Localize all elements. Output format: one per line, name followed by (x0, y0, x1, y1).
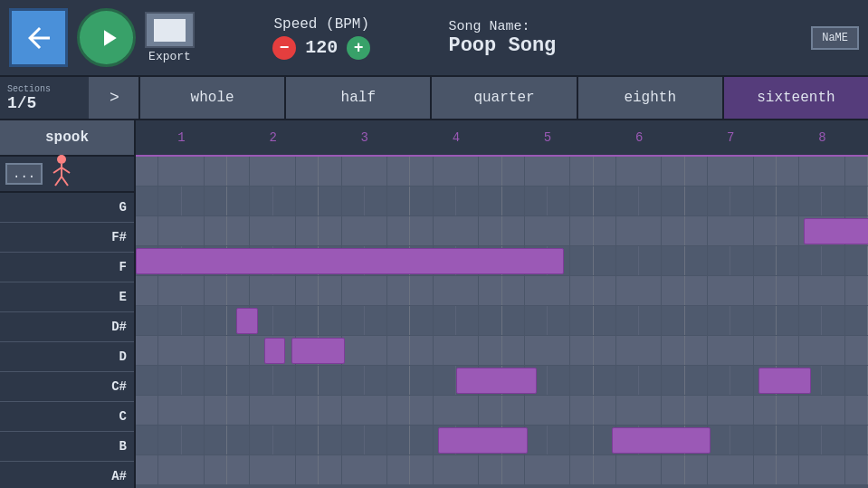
grid-cell[interactable] (754, 276, 777, 305)
grid-cell[interactable] (410, 336, 433, 365)
grid-cell[interactable] (730, 276, 753, 305)
grid-cell[interactable] (205, 396, 227, 425)
rename-button[interactable]: NaME (811, 26, 859, 50)
grid-cell[interactable] (387, 426, 410, 455)
grid-cell[interactable] (730, 366, 753, 395)
grid-row-G[interactable] (136, 157, 868, 187)
grid-cell[interactable] (548, 187, 570, 215)
grid-row-Fsharp[interactable] (136, 187, 868, 216)
grid-cell[interactable] (250, 276, 272, 305)
grid-cell[interactable] (434, 216, 456, 245)
grid-cell[interactable] (502, 187, 525, 215)
grid-cell[interactable] (754, 157, 777, 186)
grid-cell[interactable] (342, 396, 365, 425)
grid-cell[interactable] (456, 157, 479, 186)
grid-cell[interactable] (777, 306, 799, 335)
note-block[interactable] (804, 218, 868, 244)
grid-cell[interactable] (845, 276, 868, 305)
grid-cell[interactable] (708, 396, 730, 425)
grid-cell[interactable] (158, 426, 181, 455)
grid-cell[interactable] (182, 216, 205, 245)
grid-cell[interactable] (685, 306, 708, 335)
grid-cell[interactable] (434, 306, 456, 335)
grid-cell[interactable] (799, 396, 822, 425)
grid-cell[interactable] (205, 157, 227, 186)
instrument-options-button[interactable]: ... (5, 163, 43, 185)
grid-cell[interactable] (525, 426, 548, 455)
grid-cell[interactable] (570, 216, 593, 245)
grid-cell[interactable] (777, 455, 799, 484)
grid-cell[interactable] (365, 276, 387, 305)
grid-cell[interactable] (685, 336, 708, 365)
grid-cell[interactable] (365, 216, 387, 245)
grid-cell[interactable] (387, 306, 410, 335)
grid-cell[interactable] (799, 455, 822, 484)
grid-cell[interactable] (365, 366, 387, 395)
grid-cell[interactable] (616, 216, 639, 245)
grid-cell[interactable] (456, 396, 479, 425)
grid-cell[interactable] (136, 216, 158, 245)
grid-cell[interactable] (342, 216, 365, 245)
grid-cell[interactable] (594, 216, 616, 245)
grid-cell[interactable] (777, 216, 799, 245)
grid-cell[interactable] (136, 306, 158, 335)
grid-cell[interactable] (319, 157, 341, 186)
grid-cell[interactable] (708, 426, 730, 455)
grid-cell[interactable] (387, 396, 410, 425)
grid-cell[interactable] (410, 276, 433, 305)
grid-cell[interactable] (227, 426, 250, 455)
grid-cell[interactable] (319, 426, 341, 455)
play-button[interactable] (77, 8, 136, 67)
grid-cell[interactable] (616, 157, 639, 186)
note-block[interactable] (456, 368, 537, 394)
grid-cell[interactable] (158, 396, 181, 425)
grid-cell[interactable] (845, 246, 868, 275)
grid-cell[interactable] (594, 187, 616, 215)
grid-cell[interactable] (845, 426, 868, 455)
grid-row-B[interactable] (136, 396, 868, 426)
grid-cell[interactable] (685, 187, 708, 215)
grid-cell[interactable] (708, 306, 730, 335)
grid-cell[interactable] (273, 366, 296, 395)
grid-cell[interactable] (434, 187, 456, 215)
grid-cell[interactable] (822, 187, 844, 215)
grid-cell[interactable] (777, 276, 799, 305)
grid-cell[interactable] (205, 426, 227, 455)
grid-cell[interactable] (296, 216, 319, 245)
grid-cell[interactable] (570, 455, 593, 484)
grid-cell[interactable] (662, 306, 684, 335)
grid-row-F[interactable] (136, 216, 868, 246)
grid-cell[interactable] (205, 336, 227, 365)
grid-cell[interactable] (250, 216, 272, 245)
grid-cell[interactable] (410, 157, 433, 186)
note-btn-half[interactable]: half (286, 77, 432, 119)
grid-cell[interactable] (410, 216, 433, 245)
grid-cell[interactable] (822, 426, 844, 455)
grid-cell[interactable] (754, 246, 777, 275)
grid-cell[interactable] (799, 187, 822, 215)
grid-cell[interactable] (502, 306, 525, 335)
grid-cell[interactable] (685, 216, 708, 245)
grid-cell[interactable] (136, 336, 158, 365)
grid-cell[interactable] (273, 426, 296, 455)
grid-cell[interactable] (708, 216, 730, 245)
back-button[interactable] (9, 8, 68, 67)
grid-cell[interactable] (548, 396, 570, 425)
grid-cell[interactable] (342, 455, 365, 484)
grid-cell[interactable] (205, 366, 227, 395)
grid-cell[interactable] (845, 366, 868, 395)
grid-cell[interactable] (227, 216, 250, 245)
note-grid[interactable] (136, 157, 868, 488)
grid-cell[interactable] (616, 187, 639, 215)
note-block[interactable] (136, 248, 564, 274)
grid-cell[interactable] (479, 276, 501, 305)
grid-cell[interactable] (662, 157, 684, 186)
note-block[interactable] (291, 338, 345, 364)
grid-cell[interactable] (616, 246, 639, 275)
grid-cell[interactable] (708, 276, 730, 305)
grid-cell[interactable] (799, 157, 822, 186)
grid-cell[interactable] (182, 157, 205, 186)
grid-cell[interactable] (594, 455, 616, 484)
grid-cell[interactable] (158, 455, 181, 484)
grid-cell[interactable] (525, 455, 548, 484)
